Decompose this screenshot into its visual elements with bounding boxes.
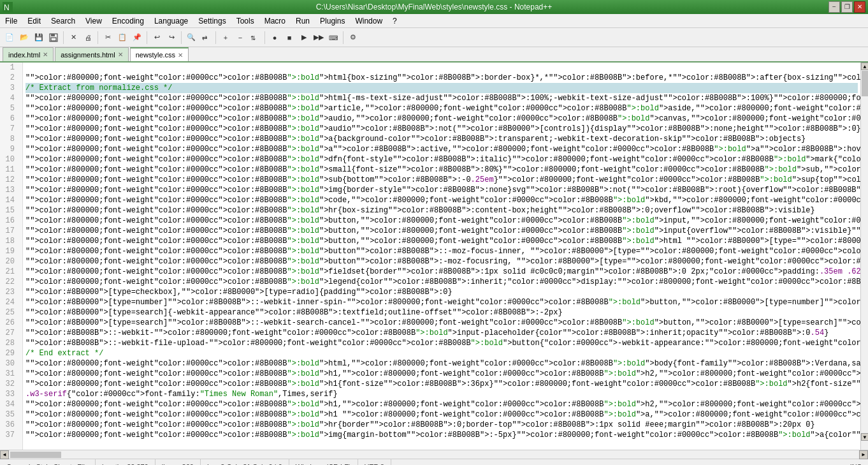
code-line: "">color:#800000;font-weight"color:#0000… [25,103,858,114]
line-number: 18 [4,236,18,246]
app-icon: N [3,2,13,12]
code-line: "">color:#800000;font-weight"color:#0000… [25,277,858,287]
h-scroll-thumb[interactable] [10,452,61,458]
scroll-down-arrow[interactable]: ▼ [861,433,868,441]
cut-button[interactable]: ✂ [101,31,115,45]
sync-scroll-button[interactable]: ⇅ [248,31,262,45]
line-number: 23 [4,287,18,297]
window-title: C:\Users\Nisar\Desktop\MyFinalWeb\styles… [316,3,553,11]
new-button[interactable]: 📄 [3,31,17,45]
minimize-button[interactable]: − [828,1,840,13]
line-number: 6 [4,114,18,124]
toolbar-sep-5 [215,31,216,44]
code-line: "">color:#8B0000">[type=search]"">color:… [25,318,858,328]
code-line: "">color:#800000;font-weight"color:#0000… [25,369,858,379]
code-line: "">color:#800000;font-weight"color:#0000… [25,73,858,83]
line-number: 11 [4,165,18,175]
menu-item-encoding[interactable]: Encoding [107,14,149,27]
horizontal-scrollbar[interactable]: ◀ ▶ [0,450,868,459]
code-line: "">color:#8B008B">::-webkit-file-upload-… [25,338,858,348]
print-button[interactable]: 🖨 [81,31,95,45]
tab-assignmentshtml[interactable]: assignments.html✕ [55,47,129,61]
tab-close-icon[interactable]: ✕ [178,52,183,59]
right-scrollbar[interactable]: ▲ ▼ [860,63,868,450]
tab-close-icon[interactable]: ✕ [43,51,48,58]
svg-text:⇄: ⇄ [202,34,207,41]
code-line: "">color:#800000;font-weight"color:#0000… [25,154,858,165]
tab-close-icon[interactable]: ✕ [118,51,123,58]
menu-item-language[interactable]: Language [149,14,193,27]
save-button[interactable]: 💾 [32,31,46,45]
menu-item-window[interactable]: Window [350,14,387,27]
close-tab-button[interactable]: ✕ [66,31,80,45]
line-number: 3 [4,83,18,93]
tab-indexhtml[interactable]: index.html✕ [3,47,54,61]
code-area[interactable]: "">color:#800000;font-weight"color:#0000… [23,63,860,450]
length-section: length : 32,379 [96,459,156,465]
replace-button[interactable]: ⇄ [199,31,213,45]
menu-item-search[interactable]: Search [46,14,80,27]
code-line: "">color:#800000;font-weight"color:#0000… [25,430,858,440]
line-ending-section: Windows (CR LF) [289,459,358,465]
copy-button[interactable]: 📋 [115,31,129,45]
toolbar: 📄 📂 💾 ✕ 🖨 ✂ 📋 📌 ↩ ↪ 🔍 ⇄ + − ⇅ ● ■ ▶ ▶▶ ⌨… [0,28,868,47]
svg-text:⇅: ⇅ [250,34,256,41]
line-number: 27 [4,328,18,338]
line-number: 2 [4,73,18,83]
code-line: "">color:#800000;font-weight"color:#0000… [25,195,858,205]
tab-newstylecss[interactable]: newstyle.css✕ [130,47,189,61]
macro-record-button[interactable]: ● [268,31,282,45]
settings-button[interactable]: ⚙ [346,31,360,45]
window-controls: − ❐ ✕ [828,1,865,13]
position-section: Ln : 3 Col : 31 Sel : 0 | 0 [201,459,289,465]
line-number: 7 [4,124,18,134]
code-line: "">color:#800000;font-weight"color:#0000… [25,226,858,236]
line-number: 19 [4,246,18,256]
line-number: 32 [4,379,18,389]
file-type-label: Cascade Style Sheets File [6,463,89,466]
code-line: "">color:#800000;font-weight"color:#0000… [25,165,858,175]
line-number: 14 [4,195,18,205]
find-button[interactable]: 🔍 [184,31,198,45]
line-number: 34 [4,399,18,410]
menu-item-edit[interactable]: Edit [22,14,46,27]
lines-section: lines : 360 [156,459,201,465]
line-number: 12 [4,175,18,185]
zoom-in-button[interactable]: + [219,31,233,45]
macro-save-button[interactable]: ⌨ [326,31,340,45]
restore-button[interactable]: ❐ [841,1,853,13]
menu-item-settings[interactable]: Settings [193,14,231,27]
svg-text:⌨: ⌨ [329,34,338,41]
tabs-bar: index.html✕assignments.html✕newstyle.css… [0,47,868,63]
line-number: 31 [4,369,18,379]
scroll-right-arrow[interactable]: ▶ [859,450,868,459]
line-number: 20 [4,256,18,267]
save-all-button[interactable] [47,31,61,45]
open-button[interactable]: 📂 [17,31,31,45]
menu-item-macro[interactable]: Macro [259,14,291,27]
line-number: 21 [4,267,18,277]
scroll-thumb[interactable] [862,71,868,96]
scroll-track[interactable] [9,452,859,458]
menu-item-plugins[interactable]: Plugins [315,14,350,27]
macro-run-multiple-button[interactable]: ▶▶ [312,31,326,45]
scroll-up-arrow[interactable]: ▲ [861,63,868,70]
insert-mode-section: INS [844,459,868,465]
paste-button[interactable]: 📌 [130,31,144,45]
menu-item-?[interactable]: ? [387,14,402,27]
scroll-left-arrow[interactable]: ◀ [0,450,9,459]
svg-rect-3 [51,34,55,36]
redo-button[interactable]: ↪ [164,31,178,45]
toolbar-sep-4 [181,31,182,44]
menu-item-view[interactable]: View [80,14,107,27]
menu-item-file[interactable]: File [0,14,22,27]
line-number: 25 [4,307,18,318]
menu-item-run[interactable]: Run [291,14,315,27]
toolbar-sep-1 [63,31,64,44]
zoom-out-button[interactable]: − [233,31,247,45]
undo-button[interactable]: ↩ [150,31,164,45]
macro-play-button[interactable]: ▶ [297,31,311,45]
menu-item-tools[interactable]: Tools [231,14,259,27]
close-button[interactable]: ✕ [854,1,865,13]
macro-stop-button[interactable]: ■ [282,31,296,45]
